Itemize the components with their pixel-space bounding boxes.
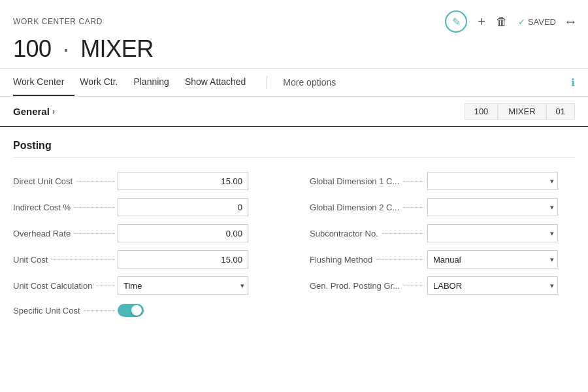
unit-cost-label: Unit Cost xyxy=(13,255,118,265)
gen-prod-posting-label: Gen. Prod. Posting Gr... xyxy=(310,281,427,291)
global-dim-2-select[interactable] xyxy=(427,198,558,216)
indirect-cost-input[interactable] xyxy=(118,198,248,216)
flushing-method-row: Flushing Method Manual Forward Backward … xyxy=(310,246,575,272)
tab-planning[interactable]: Planning xyxy=(133,69,180,96)
gen-prod-posting-select[interactable]: LABOR xyxy=(427,276,558,295)
posting-section-title: Posting xyxy=(13,140,575,157)
unit-cost-calc-row: Unit Cost Calculation Time Units ▾ xyxy=(13,272,294,299)
gen-prod-posting-row: Gen. Prod. Posting Gr... LABOR ▾ xyxy=(310,272,575,299)
more-options[interactable]: More options xyxy=(272,69,346,95)
global-dim-2-select-wrapper: ▾ xyxy=(427,198,558,216)
toggle-knob xyxy=(131,305,142,316)
title-name: MIXER xyxy=(80,35,154,62)
general-label[interactable]: General › xyxy=(13,106,55,117)
general-tag-code: 01 xyxy=(546,103,575,120)
flushing-method-select[interactable]: Manual Forward Backward xyxy=(427,250,558,269)
left-column: Direct Unit Cost Indirect Cost % Overhea… xyxy=(13,168,294,322)
header-actions: ✎ + 🗑 ✓ SAVED ⤢ xyxy=(445,10,575,33)
posting-form: Direct Unit Cost Indirect Cost % Overhea… xyxy=(13,168,575,322)
specific-unit-cost-toggle-wrapper xyxy=(118,304,144,317)
add-button[interactable]: + xyxy=(478,14,485,29)
overhead-rate-label: Overhead Rate xyxy=(13,229,118,238)
global-dim-2-row: Global Dimension 2 C... ▾ xyxy=(310,194,575,220)
check-icon: ✓ xyxy=(518,17,525,27)
nav-tabs: Work Center Work Ctr. Planning Show Atta… xyxy=(0,69,588,97)
unit-cost-input[interactable] xyxy=(118,250,248,269)
title-number: 100 xyxy=(13,35,52,62)
unit-cost-calc-select-wrapper: Time Units ▾ xyxy=(118,276,248,295)
direct-unit-cost-input[interactable] xyxy=(118,172,248,190)
saved-status: ✓ SAVED xyxy=(518,17,556,27)
page-header: WORK CENTER CARD ✎ + 🗑 ✓ SAVED ⤢ 100 · M… xyxy=(0,0,588,69)
global-dim-1-label: Global Dimension 1 C... xyxy=(310,176,427,186)
expand-icon[interactable]: ⤢ xyxy=(563,14,578,29)
gen-prod-posting-select-wrapper: LABOR ▾ xyxy=(427,276,558,295)
subcontractor-select-wrapper: ▾ xyxy=(427,224,558,242)
specific-unit-cost-row: Specific Unit Cost xyxy=(13,299,294,322)
general-section: General › 100 MIXER 01 xyxy=(0,97,588,127)
title-dot: · xyxy=(63,35,69,62)
unit-cost-calc-select[interactable]: Time Units xyxy=(118,276,248,295)
unit-cost-row: Unit Cost xyxy=(13,246,294,272)
indirect-cost-row: Indirect Cost % xyxy=(13,194,294,220)
general-tag-name: MIXER xyxy=(498,103,545,120)
page-title: 100 · MIXER xyxy=(13,35,575,63)
general-tags: 100 MIXER 01 xyxy=(465,103,575,120)
overhead-rate-row: Overhead Rate xyxy=(13,220,294,246)
indirect-cost-label: Indirect Cost % xyxy=(13,203,118,212)
direct-unit-cost-row: Direct Unit Cost xyxy=(13,168,294,194)
global-dim-1-select[interactable] xyxy=(427,172,558,190)
unit-cost-calc-label: Unit Cost Calculation xyxy=(13,281,118,291)
page-label: WORK CENTER CARD xyxy=(13,17,103,26)
overhead-rate-input[interactable] xyxy=(118,224,248,242)
flushing-method-select-wrapper: Manual Forward Backward ▾ xyxy=(427,250,558,269)
content-area: Posting Direct Unit Cost Indirect Cost %… xyxy=(0,127,588,333)
delete-button[interactable]: 🗑 xyxy=(496,15,508,29)
specific-unit-cost-toggle[interactable] xyxy=(118,304,144,317)
general-tag-number: 100 xyxy=(465,103,498,120)
subcontractor-select[interactable] xyxy=(427,224,558,242)
right-column: Global Dimension 1 C... ▾ Global Dimensi… xyxy=(294,168,575,322)
global-dim-2-label: Global Dimension 2 C... xyxy=(310,203,427,212)
tab-work-center[interactable]: Work Center xyxy=(13,69,74,96)
flushing-method-label: Flushing Method xyxy=(310,255,427,265)
global-dim-1-row: Global Dimension 1 C... ▾ xyxy=(310,168,575,194)
specific-unit-cost-label: Specific Unit Cost xyxy=(13,306,118,316)
tab-work-ctr[interactable]: Work Ctr. xyxy=(80,69,128,96)
info-icon[interactable]: ℹ xyxy=(571,76,575,89)
edit-button[interactable]: ✎ xyxy=(445,10,467,33)
nav-divider xyxy=(267,76,267,89)
tab-show-attached[interactable]: Show Attached xyxy=(185,69,256,96)
subcontractor-row: Subcontractor No. ▾ xyxy=(310,220,575,246)
subcontractor-label: Subcontractor No. xyxy=(310,229,427,238)
general-chevron-icon: › xyxy=(52,107,55,116)
global-dim-1-select-wrapper: ▾ xyxy=(427,172,558,190)
direct-unit-cost-label: Direct Unit Cost xyxy=(13,176,118,186)
